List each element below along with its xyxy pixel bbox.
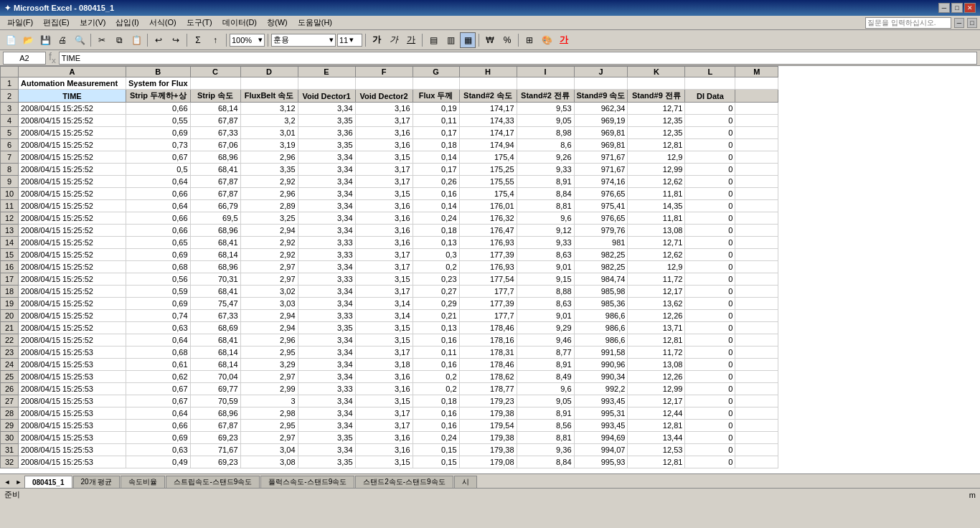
- cell-r3-c11[interactable]: 0: [685, 103, 735, 115]
- cell-r25-c8[interactable]: 8,49: [517, 371, 574, 383]
- cell-r20-c8[interactable]: 9,01: [517, 310, 574, 322]
- cell-r1-c10[interactable]: [628, 77, 685, 90]
- cell-r23-c4[interactable]: 3,34: [298, 346, 355, 359]
- cell-r26-c5[interactable]: 3,16: [355, 383, 413, 395]
- cell-r13-c10[interactable]: 13,08: [628, 225, 685, 237]
- cell-r32-c8[interactable]: 8,84: [517, 456, 574, 468]
- cell-r30-c7[interactable]: 179,38: [459, 432, 517, 444]
- cell-r32-c9[interactable]: 995,93: [574, 456, 628, 468]
- print-button[interactable]: 🖨: [55, 32, 70, 48]
- cell-r6-c7[interactable]: 174,94: [459, 139, 517, 151]
- cell-r28-c8[interactable]: 8,91: [517, 407, 574, 420]
- cell-r5-c0[interactable]: 2008/04/15 15:25:52: [19, 127, 126, 139]
- cell-r13-c12[interactable]: [735, 225, 778, 237]
- cell-r5-c5[interactable]: 3,16: [355, 127, 413, 139]
- cell-r16-c10[interactable]: 12,9: [628, 261, 685, 273]
- cell-r29-c3[interactable]: 2,95: [240, 420, 298, 432]
- font-color-button[interactable]: 가: [556, 32, 572, 48]
- cell-r29-c0[interactable]: 2008/04/15 15:25:53: [19, 420, 126, 432]
- col-header-j[interactable]: J: [574, 67, 628, 77]
- cell-r13-c7[interactable]: 176,47: [459, 225, 517, 237]
- cell-r13-c2[interactable]: 68,96: [190, 225, 240, 237]
- cell-r15-c11[interactable]: 0: [685, 249, 735, 261]
- cell-r26-c0[interactable]: 2008/04/15 15:25:53: [19, 383, 126, 395]
- cell-r17-c0[interactable]: 2008/04/15 15:25:52: [19, 273, 126, 286]
- cell-r17-c3[interactable]: 2,97: [240, 273, 298, 286]
- cell-b1[interactable]: System for Flux: [126, 77, 191, 90]
- sheet-tab-speed-ratio[interactable]: 속도비율: [121, 476, 165, 488]
- cell-r15-c10[interactable]: 12,62: [628, 249, 685, 261]
- header-cell-6[interactable]: Flux 두께: [413, 90, 459, 103]
- cell-r28-c7[interactable]: 179,38: [459, 407, 517, 420]
- cell-r11-c3[interactable]: 2,89: [240, 200, 298, 212]
- cell-r20-c6[interactable]: 0,21: [413, 310, 459, 322]
- cell-r9-c4[interactable]: 3,34: [298, 176, 355, 188]
- align-center-button[interactable]: ▥: [443, 32, 458, 48]
- cell-r30-c1[interactable]: 0,69: [126, 432, 191, 444]
- cell-r27-c5[interactable]: 3,15: [355, 395, 413, 407]
- cell-r31-c11[interactable]: 0: [685, 444, 735, 456]
- cell-r12-c10[interactable]: 11,81: [628, 212, 685, 225]
- cell-r27-c12[interactable]: [735, 395, 778, 407]
- cell-r3-c2[interactable]: 68,14: [190, 103, 240, 115]
- cell-r16-c4[interactable]: 3,34: [298, 261, 355, 273]
- cell-r10-c3[interactable]: 2,96: [240, 188, 298, 200]
- cell-r29-c11[interactable]: 0: [685, 420, 735, 432]
- cell-r11-c1[interactable]: 0,64: [126, 200, 191, 212]
- spreadsheet-area[interactable]: A B C D E F G H I J K L M 1Automation Me…: [0, 66, 980, 473]
- cell-r28-c0[interactable]: 2008/04/15 15:25:53: [19, 407, 126, 420]
- cell-r3-c6[interactable]: 0,19: [413, 103, 459, 115]
- scroll-tabs-right[interactable]: ►: [13, 476, 24, 488]
- cell-r20-c11[interactable]: 0: [685, 310, 735, 322]
- cell-r28-c10[interactable]: 12,44: [628, 407, 685, 420]
- cell-r12-c6[interactable]: 0,24: [413, 212, 459, 225]
- cell-r26-c9[interactable]: 992,2: [574, 383, 628, 395]
- cell-r14-c3[interactable]: 2,92: [240, 237, 298, 249]
- cell-r5-c10[interactable]: 12,35: [628, 127, 685, 139]
- cell-r15-c0[interactable]: 2008/04/15 15:25:52: [19, 249, 126, 261]
- cell-r16-c6[interactable]: 0,2: [413, 261, 459, 273]
- fill-color-button[interactable]: 🎨: [539, 32, 555, 48]
- cell-r15-c4[interactable]: 3,33: [298, 249, 355, 261]
- cell-r12-c9[interactable]: 976,65: [574, 212, 628, 225]
- cell-r22-c11[interactable]: 0: [685, 334, 735, 346]
- cell-r24-c4[interactable]: 3,34: [298, 359, 355, 371]
- cell-r17-c1[interactable]: 0,56: [126, 273, 191, 286]
- cell-r7-c3[interactable]: 2,96: [240, 151, 298, 164]
- cell-r32-c1[interactable]: 0,49: [126, 456, 191, 468]
- cell-r27-c3[interactable]: 3: [240, 395, 298, 407]
- cell-r21-c9[interactable]: 986,6: [574, 322, 628, 334]
- cell-r22-c1[interactable]: 0,64: [126, 334, 191, 346]
- cell-r24-c6[interactable]: 0,16: [413, 359, 459, 371]
- cell-r26-c6[interactable]: 0,2: [413, 383, 459, 395]
- cell-r22-c8[interactable]: 9,46: [517, 334, 574, 346]
- cell-r8-c6[interactable]: 0,17: [413, 164, 459, 176]
- cell-r14-c11[interactable]: 0: [685, 237, 735, 249]
- cell-r10-c12[interactable]: [735, 188, 778, 200]
- cell-r29-c12[interactable]: [735, 420, 778, 432]
- cell-r11-c9[interactable]: 975,41: [574, 200, 628, 212]
- cell-r17-c6[interactable]: 0,23: [413, 273, 459, 286]
- col-header-f[interactable]: F: [355, 67, 413, 77]
- cell-r12-c0[interactable]: 2008/04/15 15:25:52: [19, 212, 126, 225]
- col-header-b[interactable]: B: [126, 67, 191, 77]
- cell-r8-c5[interactable]: 3,17: [355, 164, 413, 176]
- cell-r26-c11[interactable]: 0: [685, 383, 735, 395]
- cell-r20-c3[interactable]: 2,94: [240, 310, 298, 322]
- cell-r21-c2[interactable]: 68,69: [190, 322, 240, 334]
- cell-r19-c10[interactable]: 13,62: [628, 298, 685, 310]
- search-minimize-btn[interactable]: ─: [954, 18, 964, 28]
- cell-r17-c10[interactable]: 11,72: [628, 273, 685, 286]
- cell-r13-c4[interactable]: 3,34: [298, 225, 355, 237]
- cell-r17-c11[interactable]: 0: [685, 273, 735, 286]
- cell-r17-c5[interactable]: 3,15: [355, 273, 413, 286]
- cell-r9-c7[interactable]: 175,55: [459, 176, 517, 188]
- cell-r5-c8[interactable]: 8,98: [517, 127, 574, 139]
- cell-r27-c11[interactable]: 0: [685, 395, 735, 407]
- cell-r22-c7[interactable]: 178,16: [459, 334, 517, 346]
- cell-r16-c7[interactable]: 176,93: [459, 261, 517, 273]
- cell-r14-c9[interactable]: 981: [574, 237, 628, 249]
- search-restore-btn[interactable]: □: [967, 18, 977, 28]
- cell-r27-c4[interactable]: 3,34: [298, 395, 355, 407]
- cell-r3-c3[interactable]: 3,12: [240, 103, 298, 115]
